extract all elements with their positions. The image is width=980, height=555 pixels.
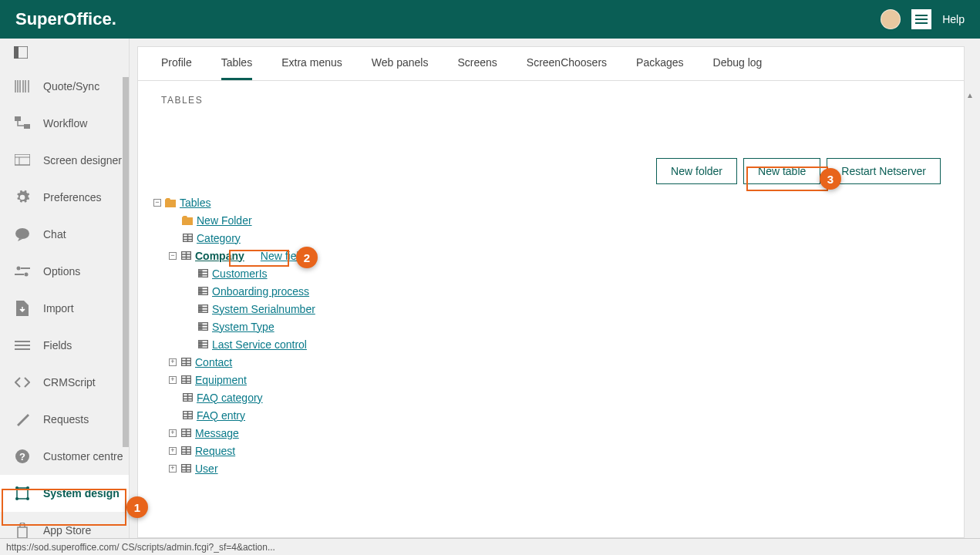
tab-tables[interactable]: Tables — [221, 56, 252, 80]
tree-link[interactable]: CustomerIs — [212, 267, 268, 280]
sidebar-item-preferences[interactable]: Preferences — [0, 179, 129, 216]
tree-link[interactable]: Company — [195, 250, 244, 262]
tree-link[interactable]: Request — [195, 445, 235, 457]
tree-root[interactable]: Tables — [180, 197, 210, 209]
sidebar-item-import[interactable]: Import — [0, 290, 129, 327]
tree-link[interactable]: Message — [195, 427, 239, 439]
sidebar-item-system-design[interactable]: System design — [0, 475, 129, 512]
sidebar-item-fields[interactable]: Fields — [0, 327, 129, 364]
tree-link[interactable]: System Serialnumber — [212, 303, 315, 315]
hamburger-icon[interactable] — [911, 9, 931, 29]
tree-row: + User — [153, 459, 948, 477]
table-icon — [180, 428, 191, 439]
sidebar-item-requests[interactable]: Requests — [0, 401, 129, 438]
svg-point-14 — [17, 267, 21, 271]
tree: − Tables New Folder Category− CompanyNew… — [138, 190, 964, 537]
requests-icon — [14, 411, 31, 428]
system-icon — [14, 485, 31, 502]
svg-point-26 — [15, 497, 19, 500]
tree-link[interactable]: Contact — [195, 356, 232, 368]
sidebar-item-label: System design — [43, 487, 120, 500]
tree-toggle[interactable]: + — [169, 429, 177, 437]
help-link[interactable]: Help — [942, 13, 965, 25]
tree-link[interactable]: FAQ entry — [197, 409, 245, 422]
sidebar-item-label: CRMScript — [43, 376, 96, 388]
sidebar-item-crmscript[interactable]: CRMScript — [0, 364, 129, 401]
logo: SuperOffice. — [15, 9, 116, 29]
tree-row: + Contact — [153, 353, 948, 371]
new-table-button[interactable]: New table — [743, 158, 820, 184]
sidebar-item-label: Import — [43, 302, 74, 314]
options-icon — [14, 263, 31, 280]
tree-link[interactable]: Last Service control — [212, 338, 307, 351]
tree-link[interactable]: New Folder — [197, 214, 252, 227]
tree-toggle[interactable]: − — [169, 252, 177, 260]
sidebar-item-chat[interactable]: Chat — [0, 216, 129, 253]
sidebar-item-workflow[interactable]: Workflow — [0, 105, 129, 142]
fields-icon — [14, 337, 31, 354]
sidebar-item-label: Options — [43, 265, 80, 278]
content-panel: ProfileTablesExtra menusWeb panelsScreen… — [137, 46, 965, 538]
sidebar-item-app-store[interactable]: App Store — [0, 512, 129, 538]
tab-extra-menus[interactable]: Extra menus — [281, 56, 342, 80]
tree-row: + Equipment — [153, 371, 948, 388]
tree-toggle[interactable]: + — [169, 376, 177, 384]
tree-toggle[interactable]: + — [169, 465, 177, 473]
sidebar-item-label: Screen designer — [43, 154, 122, 166]
tree-link[interactable]: Equipment — [195, 374, 247, 386]
sidebar-item-options[interactable]: Options — [0, 253, 129, 290]
tree-toggle[interactable]: + — [169, 358, 177, 366]
sidebar-item-customer-centre[interactable]: ?Customer centre — [0, 438, 129, 475]
barcode-icon — [14, 78, 31, 95]
tab-screenchoosers[interactable]: ScreenChoosers — [527, 56, 607, 80]
tree-link[interactable]: FAQ category — [197, 392, 263, 404]
sidebar-collapse[interactable] — [0, 39, 129, 68]
sidebar-scrollbar[interactable] — [123, 77, 129, 447]
tree-row: + Message — [153, 424, 948, 442]
tab-debug-log[interactable]: Debug log — [713, 56, 763, 80]
tab-screens[interactable]: Screens — [457, 56, 497, 80]
restart-netserver-button[interactable]: Restart Netserver — [827, 158, 941, 184]
svg-point-13 — [15, 228, 29, 239]
tree-link[interactable]: Category — [197, 232, 241, 244]
sidebar-item-label: App Store — [43, 524, 91, 536]
tab-profile[interactable]: Profile — [161, 56, 192, 80]
table-icon — [180, 446, 191, 456]
sidebar-items: Quote/SyncWorkflowScreen designerPrefere… — [0, 68, 129, 538]
panel-icon — [14, 46, 28, 61]
svg-rect-41 — [198, 288, 202, 295]
svg-rect-8 — [15, 116, 21, 121]
tree-toggle[interactable]: − — [153, 199, 161, 207]
field-icon — [197, 286, 208, 297]
chat-icon — [14, 226, 31, 243]
tree-toggle[interactable]: + — [169, 447, 177, 455]
new-folder-button[interactable]: New folder — [656, 158, 737, 184]
callout-3: 3 — [820, 168, 841, 190]
screen-icon — [14, 152, 31, 169]
tab-web-panels[interactable]: Web panels — [372, 56, 429, 80]
tree-link[interactable]: System Type — [212, 321, 274, 333]
gear-icon — [14, 189, 31, 206]
table-icon — [182, 410, 193, 421]
header-right: Help — [881, 9, 965, 29]
callout-2: 2 — [296, 247, 318, 268]
field-icon — [197, 321, 208, 332]
tab-packages[interactable]: Packages — [636, 56, 683, 80]
field-icon — [197, 268, 208, 279]
svg-point-25 — [26, 486, 29, 489]
tree-link[interactable]: User — [195, 462, 218, 475]
table-icon — [180, 463, 191, 474]
svg-rect-53 — [198, 341, 202, 348]
arrow-up-icon: ▲ — [966, 91, 974, 99]
sidebar-item-screen-designer[interactable]: Screen designer — [0, 142, 129, 179]
svg-rect-37 — [198, 270, 202, 278]
sidebar-item-label: Preferences — [43, 191, 101, 204]
tree-link[interactable]: Onboarding process — [212, 285, 309, 298]
svg-rect-49 — [198, 323, 202, 331]
sidebar-item-label: Customer centre — [43, 450, 123, 462]
avatar[interactable] — [881, 9, 901, 29]
field-icon — [197, 339, 208, 350]
sidebar-item-quote-sync[interactable]: Quote/Sync — [0, 68, 129, 105]
tree-row: FAQ category — [153, 388, 948, 406]
tree-row: System Type — [153, 318, 948, 335]
